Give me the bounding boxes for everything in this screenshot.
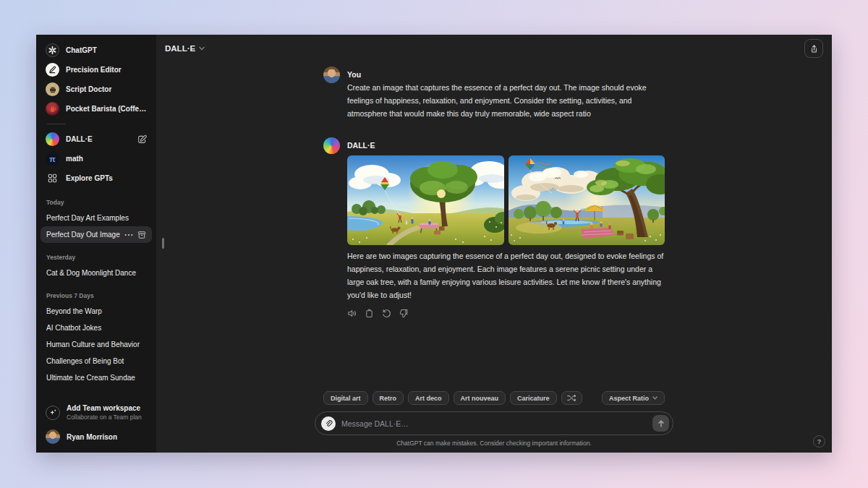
aspect-ratio-dropdown[interactable]: Aspect Ratio [602, 391, 665, 405]
generated-images [347, 155, 665, 245]
sidebar-item-explore-gpts[interactable]: Explore GPTs [36, 168, 156, 188]
sidebar-item-chatgpt[interactable]: ChatGPT [36, 40, 156, 60]
message-text: Create an image that captures the essenc… [347, 82, 665, 120]
main-panel: DALL·E You Create an image that captures… [156, 35, 832, 453]
sidebar-item-label: Script Doctor [66, 85, 147, 93]
sidebar-item-label: Precision Editor [66, 66, 147, 74]
read-aloud-icon[interactable] [347, 309, 357, 318]
paperclip-icon [324, 419, 333, 428]
team-workspace-title: Add Team workspace [67, 404, 142, 412]
message-text: Here are two images capturing the essenc… [347, 250, 665, 301]
typewriter-icon [46, 82, 59, 96]
sidebar: ChatGPT Precision Editor Script Doctor P… [36, 35, 156, 453]
sidebar-item-math[interactable]: π math [36, 149, 156, 168]
math-pi-icon: π [46, 152, 59, 166]
account-menu[interactable]: Ryan Morrison [36, 425, 156, 453]
chatgpt-logo-icon [46, 43, 59, 57]
style-chip[interactable]: Caricature [510, 391, 557, 405]
history-item[interactable]: AI Chatbot Jokes [41, 320, 152, 336]
archive-icon[interactable] [137, 231, 146, 239]
sidebar-item-label: math [66, 155, 147, 163]
history-item[interactable]: Perfect Day Art Examples [41, 210, 152, 226]
history-section-label: Today [46, 199, 146, 206]
sidebar-item-dalle[interactable]: DALL·E [36, 129, 156, 149]
disclaimer-text: ChatGPT can make mistakes. Consider chec… [156, 435, 832, 449]
sidebar-item-label: Pocket Barista (Coffee… [66, 105, 147, 113]
history-item-label: Human Culture and Behavior [46, 341, 146, 348]
style-chip[interactable]: Retro [373, 391, 404, 405]
generated-image-2[interactable] [509, 155, 665, 245]
send-button[interactable] [652, 415, 669, 432]
style-chip[interactable]: Art nouveau [454, 391, 506, 405]
composer: Digital artRetroArt decoArt nouveauCaric… [156, 391, 832, 453]
sidebar-collapse-handle[interactable] [162, 238, 164, 249]
history-item[interactable]: Challenges of Being Bot [41, 353, 152, 369]
aspect-ratio-label: Aspect Ratio [609, 395, 649, 402]
sidebar-item-label: DALL·E [66, 135, 131, 143]
style-chip[interactable]: Digital art [323, 391, 368, 405]
sidebar-item-label: ChatGPT [66, 46, 147, 54]
thumbs-down-icon[interactable] [399, 309, 409, 318]
sparkles-icon [46, 406, 60, 420]
share-icon [809, 44, 819, 53]
history-item[interactable]: Ultimate Ice Cream Sundae [41, 369, 152, 386]
history-item-label: Ultimate Ice Cream Sundae [46, 374, 146, 382]
assistant-message: DALL·E [323, 137, 665, 317]
history-item-label: Cat & Dog Moonlight Dance [46, 269, 146, 277]
history: TodayPerfect Day Art ExamplesPerfect Day… [36, 188, 156, 398]
message-input-shell [315, 411, 673, 435]
page-title: DALL·E [165, 44, 195, 53]
dalle-rainbow-icon [46, 132, 59, 146]
history-item-label: Challenges of Being Bot [46, 357, 146, 365]
sidebar-item-label: Explore GPTs [66, 174, 147, 182]
help-button[interactable]: ? [813, 435, 825, 448]
shuffle-chip[interactable] [561, 391, 582, 405]
style-chip[interactable]: Art deco [408, 391, 449, 405]
history-section-label: Yesterday [46, 254, 146, 261]
message-actions [347, 309, 665, 318]
history-item-label: Beyond the Warp [46, 307, 146, 315]
regenerate-icon[interactable] [382, 309, 391, 318]
user-message: You Create an image that captures the es… [323, 67, 665, 120]
options-ellipsis-icon[interactable] [124, 234, 133, 236]
user-avatar [46, 429, 60, 444]
chevron-down-icon [652, 396, 658, 400]
sidebar-divider [47, 124, 66, 124]
history-section-label: Previous 7 Days [46, 292, 146, 299]
shuffle-icon [567, 394, 576, 402]
pen-icon [46, 63, 59, 77]
history-item-label: Perfect Day Out Image [46, 231, 122, 239]
dalle-avatar-icon [323, 137, 340, 154]
share-button[interactable] [804, 39, 823, 58]
sidebar-item-precision-editor[interactable]: Precision Editor [36, 60, 156, 80]
message-input[interactable] [341, 419, 647, 428]
history-item[interactable]: Human Culture and Behavior [41, 336, 152, 353]
copy-icon[interactable] [365, 309, 374, 318]
chat-thread: You Create an image that captures the es… [323, 62, 665, 391]
sidebar-item-script-doctor[interactable]: Script Doctor [36, 80, 156, 99]
team-workspace-subtitle: Collaborate on a Team plan [67, 414, 142, 421]
attach-file-button[interactable] [321, 416, 336, 431]
arrow-up-icon [657, 419, 665, 428]
message-author: DALL·E [347, 140, 665, 150]
message-author: You [347, 69, 665, 80]
history-item[interactable]: Perfect Day Out Image [41, 226, 152, 243]
user-avatar [323, 67, 340, 83]
main-header: DALL·E [156, 35, 832, 62]
model-switcher[interactable]: DALL·E [165, 44, 205, 53]
new-chat-pencil-icon[interactable] [137, 134, 147, 144]
add-team-workspace-button[interactable]: Add Team workspace Collaborate on a Team… [36, 398, 156, 425]
user-name: Ryan Morrison [67, 433, 117, 441]
generated-image-1[interactable] [347, 155, 504, 245]
history-item-options [124, 231, 146, 239]
history-item-label: Perfect Day Art Examples [46, 214, 146, 222]
chevron-down-icon [199, 46, 205, 51]
history-item[interactable]: Cat & Dog Moonlight Dance [41, 265, 152, 281]
chatgpt-app-window: ChatGPT Precision Editor Script Doctor P… [36, 35, 832, 453]
history-item[interactable]: Beyond the Warp [41, 303, 152, 320]
coffee-icon [46, 102, 59, 116]
history-item-label: AI Chatbot Jokes [46, 324, 146, 332]
grid-icon [46, 171, 59, 185]
style-chips: Digital artRetroArt decoArt nouveauCaric… [323, 391, 665, 405]
sidebar-item-pocket-barista[interactable]: Pocket Barista (Coffee… [36, 99, 156, 119]
